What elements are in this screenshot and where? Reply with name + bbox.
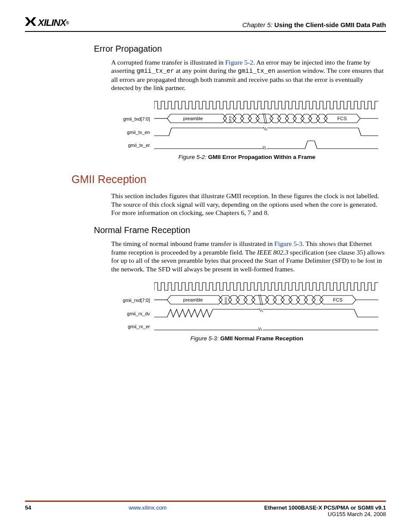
- link-figure-5-3[interactable]: Figure 5-3: [274, 240, 302, 247]
- page-number: 54: [25, 504, 31, 517]
- heading-normal-frame-reception: Normal Frame Reception: [94, 225, 386, 235]
- label-gmii-rx-er: gmii_rx_er: [111, 324, 154, 329]
- clock-waveform-rx: [154, 282, 383, 292]
- para-normal-frame-reception: The timing of normal inbound frame trans…: [111, 240, 386, 273]
- figure-5-2: gmii_txd[7:0] preamble SFD: [111, 100, 383, 160]
- label-gmii-rx-dv: gmii_rx_dv: [111, 311, 154, 316]
- xilinx-logo: XILINX®: [25, 17, 68, 28]
- svg-line-20: [260, 327, 263, 331]
- logo-text: XILINX: [38, 17, 66, 28]
- clock-waveform: [154, 100, 383, 111]
- heading-gmii-reception: GMII Reception: [72, 173, 386, 186]
- svg-line-6: [263, 127, 265, 131]
- wave-rx-er: [154, 321, 383, 332]
- svg-text:preamble: preamble: [183, 297, 203, 302]
- chapter-title: Chapter 5: Using the Client-side GMII Da…: [243, 21, 386, 28]
- footer-doc-info: Ethernet 1000BASE-X PCS/PMA or SGMII v9.…: [264, 504, 386, 517]
- bus-preamble-label: preamble: [183, 116, 203, 121]
- label-gmii-rxd: gmii_rxd[7:0]: [111, 298, 154, 303]
- svg-text:FCS: FCS: [333, 297, 342, 302]
- logo-mark-icon: [25, 17, 36, 28]
- bus-rxd: preamble SFD: [154, 295, 383, 306]
- bus-txd: preamble SFD: [154, 113, 383, 124]
- code-gmii-tx-er: gmii_tx_er: [137, 68, 174, 75]
- svg-line-9: [265, 146, 267, 149]
- label-gmii-tx-er: gmii_tx_er: [111, 143, 154, 148]
- figure-5-2-caption: Figure 5-2: GMII Error Propagation Withi…: [111, 154, 383, 160]
- wave-rx-dv: [154, 308, 383, 319]
- registered-icon: ®: [66, 21, 68, 25]
- para-error-propagation: A corrupted frame transfer is illustrate…: [111, 58, 386, 92]
- svg-text:SFD: SFD: [224, 297, 228, 304]
- code-gmii-tx-en: gmii_tx_en: [238, 68, 275, 75]
- figure-5-3: gmii_rxd[7:0] preamble SFD: [111, 282, 383, 342]
- footer-url[interactable]: www.xilinx.com: [31, 504, 264, 517]
- wave-tx-er: [154, 140, 383, 150]
- svg-text:FCS: FCS: [337, 116, 347, 121]
- page-header: XILINX® Chapter 5: Using the Client-side…: [25, 17, 386, 32]
- heading-error-propagation: Error Propagation: [94, 44, 386, 54]
- para-gmii-reception: This section includes figures that illus…: [111, 192, 386, 217]
- figure-5-3-caption: Figure 5-3: GMII Normal Frame Reception: [111, 335, 383, 342]
- wave-tx-en: [154, 127, 383, 137]
- label-gmii-tx-en: gmii_tx_en: [111, 130, 154, 135]
- link-figure-5-2[interactable]: Figure 5-2: [225, 59, 253, 66]
- svg-line-17: [258, 308, 261, 312]
- page-footer: 54 www.xilinx.com Ethernet 1000BASE-X PC…: [25, 501, 386, 517]
- svg-text:SFD: SFD: [228, 116, 232, 123]
- label-gmii-txd: gmii_txd[7:0]: [111, 116, 154, 121]
- spec-ieee-8023: IEEE 802.3: [257, 249, 288, 256]
